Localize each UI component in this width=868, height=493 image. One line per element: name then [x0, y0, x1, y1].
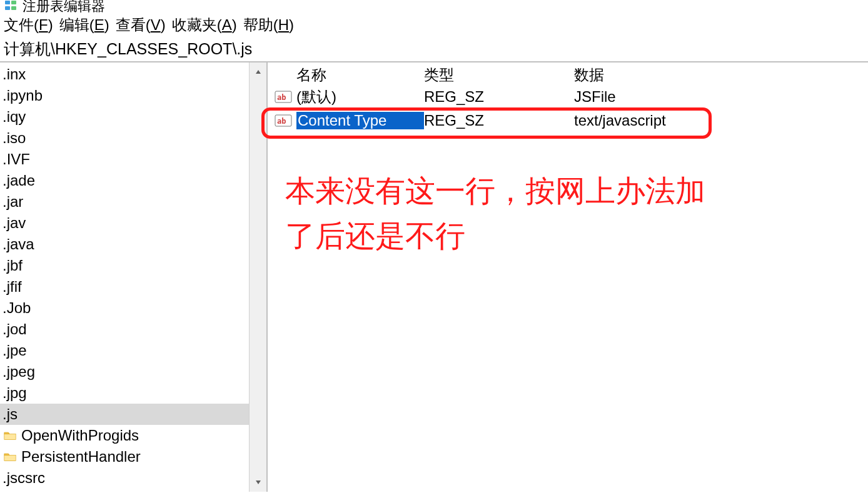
tree-item[interactable]: .jbf: [0, 255, 249, 276]
tree-item[interactable]: .iso: [0, 127, 249, 149]
column-type-header[interactable]: 类型: [424, 65, 574, 82]
tree-item[interactable]: OpenWithProgids: [0, 425, 249, 446]
svg-rect-2: [5, 6, 10, 10]
tree-item-label: .jpeg: [3, 361, 35, 382]
tree-item[interactable]: .ipynb: [0, 85, 249, 106]
tree-item-label: .jade: [3, 170, 35, 191]
tree-item-label: .java: [3, 234, 34, 255]
scrollbar[interactable]: [249, 62, 266, 492]
scroll-track[interactable]: [250, 81, 266, 473]
tree-item[interactable]: .Job: [0, 297, 249, 319]
tree-item[interactable]: .jod: [0, 319, 249, 340]
tree-item[interactable]: .jav: [0, 212, 249, 234]
value-type: REG_SZ: [424, 88, 574, 106]
svg-rect-3: [11, 6, 16, 10]
menu-help[interactable]: 帮助(H): [243, 15, 294, 35]
value-pane: 名称 类型 数据 ab(默认)REG_SZJSFileabContent Typ…: [268, 62, 868, 492]
string-value-icon: ab: [274, 88, 293, 106]
tree-item-label: .IVF: [3, 149, 30, 170]
menu-favorites[interactable]: 收藏夹(A): [172, 15, 237, 35]
tree-item-label: .jscsrc: [3, 467, 45, 489]
annotation-text: 本来没有这一行，按网上办法加 了后还是不行: [285, 169, 705, 259]
scroll-up-icon[interactable]: [250, 62, 266, 81]
tree-item[interactable]: .js: [0, 404, 249, 425]
value-rows: ab(默认)REG_SZJSFileabContent TypeREG_SZte…: [268, 85, 868, 132]
tree-item[interactable]: .jar: [0, 191, 249, 212]
svg-text:ab: ab: [277, 117, 286, 126]
address-bar[interactable]: 计算机\HKEY_CLASSES_ROOT\.js: [0, 37, 868, 61]
app-icon: [4, 0, 19, 12]
value-data: JSFile: [574, 88, 868, 106]
tree-item-label: .jar: [3, 191, 23, 212]
value-type: REG_SZ: [424, 112, 574, 129]
tree-item[interactable]: .jpg: [0, 382, 249, 404]
menu-view[interactable]: 查看(V): [116, 15, 166, 35]
content-area: .inx.ipynb.iqy.iso.IVF.jade.jar.jav.java…: [0, 61, 868, 492]
tree-list[interactable]: .inx.ipynb.iqy.iso.IVF.jade.jar.jav.java…: [0, 62, 249, 492]
folder-icon: [3, 449, 18, 464]
string-value-icon: ab: [274, 112, 293, 129]
tree-item[interactable]: .jscsrc: [0, 467, 249, 489]
tree-pane: .inx.ipynb.iqy.iso.IVF.jade.jar.jav.java…: [0, 62, 268, 492]
folder-icon: [3, 428, 18, 443]
menu-file[interactable]: 文件(F): [4, 15, 53, 35]
scroll-down-icon[interactable]: [250, 473, 266, 492]
tree-item-label: PersistentHandler: [21, 446, 141, 467]
column-name-header[interactable]: 名称: [296, 65, 424, 82]
value-row[interactable]: ab(默认)REG_SZJSFile: [268, 85, 868, 109]
tree-item-label: .jav: [3, 212, 26, 234]
tree-item-label: .jfif: [3, 276, 22, 297]
tree-item-label: .iso: [3, 127, 26, 149]
menu-edit[interactable]: 编辑(E): [59, 15, 109, 35]
tree-item[interactable]: .java: [0, 234, 249, 255]
titlebar: 注册表编辑器: [0, 0, 868, 12]
tree-item-label: .inx: [3, 64, 26, 85]
svg-rect-5: [4, 456, 16, 461]
column-data-header[interactable]: 数据: [574, 65, 868, 82]
tree-item[interactable]: .jfif: [0, 276, 249, 297]
value-row[interactable]: abContent TypeREG_SZtext/javascript: [268, 109, 868, 132]
tree-item-label: OpenWithProgids: [21, 425, 139, 446]
tree-item-label: .jpe: [3, 340, 27, 361]
svg-rect-4: [4, 434, 16, 440]
value-name: (默认): [296, 87, 424, 107]
tree-item-label: .Job: [3, 297, 31, 319]
tree-item-label: .jbf: [3, 255, 23, 276]
tree-item-label: .ipynb: [3, 85, 43, 106]
tree-item[interactable]: PersistentHandler: [0, 446, 249, 467]
tree-item[interactable]: .IVF: [0, 149, 249, 170]
tree-item[interactable]: .jade: [0, 170, 249, 191]
svg-rect-1: [11, 1, 16, 4]
menubar: 文件(F) 编辑(E) 查看(V) 收藏夹(A) 帮助(H): [0, 12, 868, 37]
svg-rect-0: [5, 1, 10, 4]
tree-item-label: .jod: [3, 319, 27, 340]
tree-item[interactable]: .inx: [0, 64, 249, 85]
svg-text:ab: ab: [277, 93, 286, 102]
value-data: text/javascript: [574, 112, 868, 129]
value-name: Content Type: [296, 112, 424, 129]
app-title: 注册表编辑器: [23, 0, 105, 12]
tree-item-label: .js: [3, 404, 18, 425]
value-header[interactable]: 名称 类型 数据: [268, 62, 868, 85]
tree-item[interactable]: .jpe: [0, 340, 249, 361]
tree-item[interactable]: .jpeg: [0, 361, 249, 382]
address-path: 计算机\HKEY_CLASSES_ROOT\.js: [4, 40, 252, 57]
tree-item-label: .iqy: [3, 106, 26, 127]
tree-item[interactable]: .iqy: [0, 106, 249, 127]
tree-item-label: .jpg: [3, 382, 27, 404]
